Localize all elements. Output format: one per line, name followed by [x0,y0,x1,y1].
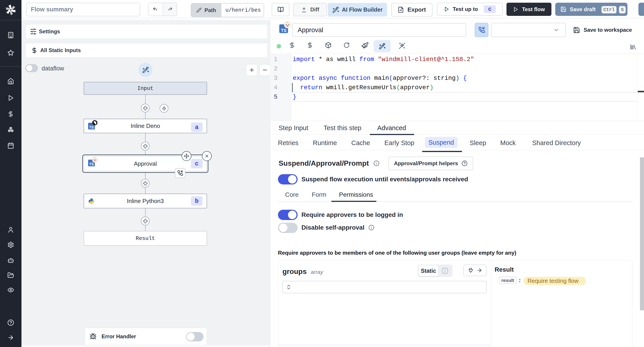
svg-text:f: f [444,268,446,273]
